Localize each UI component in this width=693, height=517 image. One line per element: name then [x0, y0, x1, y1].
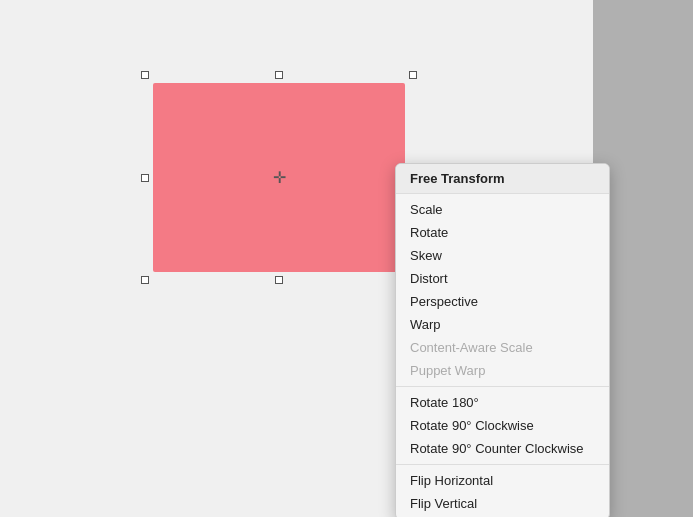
- menu-item-flip-vertical[interactable]: Flip Vertical: [396, 492, 609, 515]
- move-icon: ✛: [273, 170, 286, 186]
- menu-section-flip: Flip Horizontal Flip Vertical: [396, 465, 609, 517]
- menu-item-content-aware-scale: Content-Aware Scale: [396, 336, 609, 359]
- menu-item-rotate[interactable]: Rotate: [396, 221, 609, 244]
- handle-top-middle[interactable]: [275, 71, 283, 79]
- menu-item-warp[interactable]: Warp: [396, 313, 609, 336]
- menu-item-perspective[interactable]: Perspective: [396, 290, 609, 313]
- handle-top-left[interactable]: [141, 71, 149, 79]
- menu-section-rotate: Rotate 180° Rotate 90° Clockwise Rotate …: [396, 387, 609, 465]
- context-menu: Free Transform Scale Rotate Skew Distort…: [395, 163, 610, 517]
- menu-item-flip-horizontal[interactable]: Flip Horizontal: [396, 469, 609, 492]
- menu-header: Free Transform: [396, 164, 609, 194]
- menu-item-distort[interactable]: Distort: [396, 267, 609, 290]
- menu-item-rotate-90-ccw[interactable]: Rotate 90° Counter Clockwise: [396, 437, 609, 460]
- menu-section-transform: Scale Rotate Skew Distort Perspective Wa…: [396, 194, 609, 387]
- canvas-area: ✛ Free Transform Scale Rotate Skew Disto…: [0, 0, 693, 517]
- menu-item-rotate-180[interactable]: Rotate 180°: [396, 391, 609, 414]
- handle-bottom-middle[interactable]: [275, 276, 283, 284]
- menu-item-rotate-90-cw[interactable]: Rotate 90° Clockwise: [396, 414, 609, 437]
- handle-top-right[interactable]: [409, 71, 417, 79]
- transform-bounding-box: ✛: [145, 75, 413, 280]
- handle-bottom-left[interactable]: [141, 276, 149, 284]
- handle-middle-left[interactable]: [141, 174, 149, 182]
- menu-item-puppet-warp: Puppet Warp: [396, 359, 609, 382]
- menu-item-scale[interactable]: Scale: [396, 198, 609, 221]
- menu-item-skew[interactable]: Skew: [396, 244, 609, 267]
